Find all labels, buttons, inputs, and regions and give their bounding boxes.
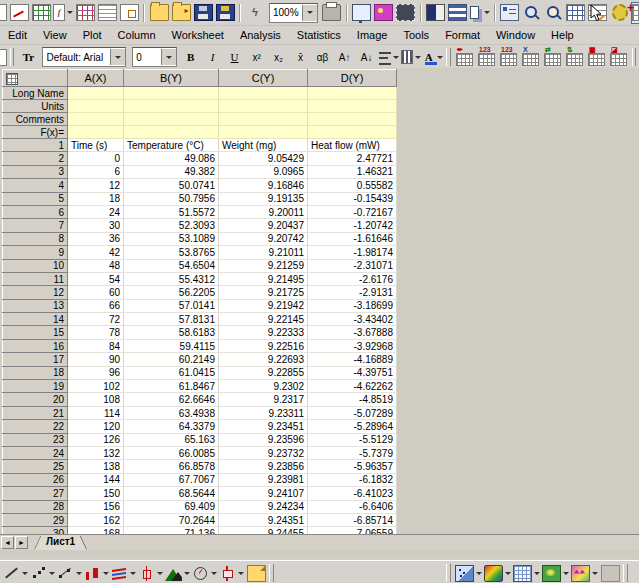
data-cell[interactable]: 30 xyxy=(68,219,124,232)
label-cell[interactable] xyxy=(308,113,397,126)
set-column-values-button[interactable] xyxy=(454,46,476,68)
polar-plot-dropdown-icon[interactable] xyxy=(211,572,217,575)
data-cell[interactable]: -0.72167 xyxy=(308,205,397,218)
data-cell[interactable]: 9.20742 xyxy=(219,232,308,245)
column-header-a[interactable]: A(X) xyxy=(68,70,124,87)
cascade-windows-button[interactable] xyxy=(469,2,491,24)
3d-surface-plot-button[interactable] xyxy=(483,562,512,583)
video-builder-button[interactable] xyxy=(395,2,417,24)
3d-scatter-plot-dropdown-icon[interactable] xyxy=(476,572,482,575)
data-cell[interactable]: 9.23732 xyxy=(219,446,308,459)
data-cell[interactable]: 9.24107 xyxy=(219,487,308,500)
data-cell[interactable]: 53.8765 xyxy=(124,246,219,259)
data-cell[interactable]: -4.39751 xyxy=(308,366,397,379)
add-enumerated-column-button[interactable] xyxy=(476,46,498,68)
3d-wireframe-plot-button[interactable] xyxy=(512,562,541,583)
contour-plot-button[interactable] xyxy=(541,562,570,583)
data-cell[interactable]: 65.163 xyxy=(124,433,219,446)
row-header[interactable]: 21 xyxy=(3,406,68,419)
data-cell[interactable]: -5.07289 xyxy=(308,406,397,419)
data-cell[interactable]: 63.4938 xyxy=(124,406,219,419)
data-cell[interactable]: 144 xyxy=(68,473,124,486)
row-header[interactable]: 18 xyxy=(3,366,68,379)
worksheet-query-button[interactable] xyxy=(565,2,587,24)
toolbar-grip[interactable] xyxy=(632,48,636,66)
data-cell[interactable]: -2.6176 xyxy=(308,272,397,285)
menu-image[interactable]: Image xyxy=(349,27,396,43)
save-template-button[interactable] xyxy=(214,2,236,24)
line-symbol-plot-dropdown-icon[interactable] xyxy=(76,572,82,575)
data-cell[interactable]: -4.62262 xyxy=(308,380,397,393)
row-header[interactable]: 27 xyxy=(3,487,68,500)
data-cell[interactable]: 24 xyxy=(68,205,124,218)
row-header[interactable]: 26 xyxy=(3,473,68,486)
data-cell[interactable]: 57.8131 xyxy=(124,313,219,326)
column-width-button[interactable] xyxy=(400,46,422,68)
menu-view[interactable]: View xyxy=(35,27,75,43)
data-cell[interactable]: 66.0085 xyxy=(124,446,219,459)
data-cell[interactable]: 9.05429 xyxy=(219,152,308,165)
data-cell[interactable]: -3.92968 xyxy=(308,339,397,352)
column-plot-dropdown-icon[interactable] xyxy=(103,572,109,575)
data-cell[interactable]: -1.61646 xyxy=(308,232,397,245)
data-cell[interactable]: 9.21259 xyxy=(219,259,308,272)
empty-plot-slot-button[interactable] xyxy=(599,562,621,583)
greek-button[interactable]: αβ xyxy=(312,46,334,68)
data-cell[interactable]: 138 xyxy=(68,460,124,473)
add-random-column-button[interactable] xyxy=(498,46,520,68)
superscript-button[interactable]: x² xyxy=(246,46,268,68)
data-cell[interactable]: 60 xyxy=(68,286,124,299)
data-cell[interactable]: 9.23451 xyxy=(219,420,308,433)
row-header[interactable]: 12 xyxy=(3,286,68,299)
label-cell[interactable] xyxy=(124,126,219,139)
sheet-tab-prev-button[interactable]: ◄ xyxy=(1,536,14,549)
data-cell[interactable]: -0.15439 xyxy=(308,192,397,205)
new-graph-button[interactable] xyxy=(8,2,30,24)
new-matrix-button[interactable] xyxy=(74,2,96,24)
data-cell[interactable]: 162 xyxy=(68,513,124,526)
row-header[interactable]: 24 xyxy=(3,446,68,459)
data-cell[interactable]: 50.0741 xyxy=(124,179,219,192)
label-cell[interactable] xyxy=(308,100,397,113)
row-header[interactable]: 23 xyxy=(3,433,68,446)
data-cell[interactable]: -6.41023 xyxy=(308,487,397,500)
data-cell[interactable]: 1.46321 xyxy=(308,165,397,178)
data-cell[interactable]: 150 xyxy=(68,487,124,500)
label-cell[interactable] xyxy=(308,126,397,139)
data-cell[interactable]: 66 xyxy=(68,299,124,312)
row-header[interactable]: 1 xyxy=(3,139,68,152)
column-header-b[interactable]: B(Y) xyxy=(124,70,219,87)
font-color-button[interactable]: A xyxy=(422,46,445,68)
data-cell[interactable]: 9.20437 xyxy=(219,219,308,232)
label-cell[interactable] xyxy=(124,100,219,113)
data-cell[interactable]: 9.22333 xyxy=(219,326,308,339)
data-cell[interactable]: 9.20011 xyxy=(219,205,308,218)
data-cell[interactable]: 55.4312 xyxy=(124,272,219,285)
data-cell[interactable]: -3.67888 xyxy=(308,326,397,339)
data-cell[interactable]: -6.6406 xyxy=(308,500,397,513)
data-cell[interactable]: 9.22145 xyxy=(219,313,308,326)
column-width-dropdown-icon[interactable] xyxy=(415,56,421,59)
new-worksheet-button[interactable] xyxy=(30,2,52,24)
line-symbol-plot-button[interactable] xyxy=(56,562,83,583)
duplicate-window-button[interactable] xyxy=(425,2,447,24)
row-header[interactable]: 4 xyxy=(3,179,68,192)
data-cell[interactable]: 126 xyxy=(68,433,124,446)
row-header[interactable]: 29 xyxy=(3,513,68,526)
menu-column[interactable]: Column xyxy=(110,27,164,43)
data-cell[interactable]: 156 xyxy=(68,500,124,513)
label-cell[interactable] xyxy=(68,113,124,126)
decrease-font-button[interactable]: A↓ xyxy=(356,46,378,68)
data-cell[interactable]: -3.43402 xyxy=(308,313,397,326)
data-cell[interactable]: 56.2205 xyxy=(124,286,219,299)
menu-format[interactable]: Format xyxy=(437,27,488,43)
data-cell[interactable]: -5.5129 xyxy=(308,433,397,446)
box-plot-button[interactable] xyxy=(137,562,164,583)
3d-surface-plot-dropdown-icon[interactable] xyxy=(505,572,511,575)
data-cell[interactable]: -2.31071 xyxy=(308,259,397,272)
sheet-tab[interactable]: Лист1 xyxy=(34,535,87,550)
row-header[interactable]: 20 xyxy=(3,393,68,406)
supersubscript-button[interactable]: x̄ xyxy=(290,46,312,68)
mask-cells-button[interactable] xyxy=(608,46,630,68)
row-header[interactable]: 19 xyxy=(3,380,68,393)
